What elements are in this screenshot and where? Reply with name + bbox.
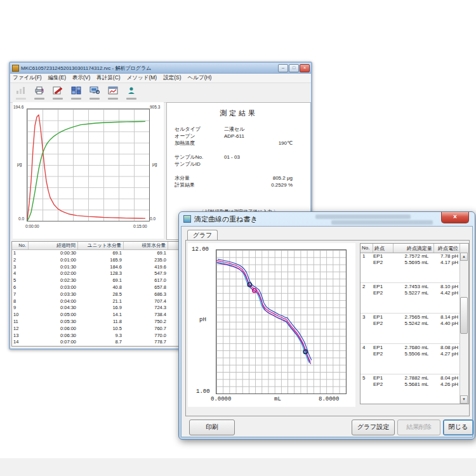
print-button[interactable]: 印刷 — [189, 420, 235, 435]
ep-column-header[interactable]: 終点滴定量 — [393, 244, 434, 253]
result-row: サンプルID — [175, 161, 303, 168]
ep-potential: 7.78 pH — [431, 253, 460, 260]
result-label: 加熱温度 — [175, 140, 224, 147]
toolbar-button — [12, 84, 29, 102]
ep-table-scrollbar[interactable]: ▲ ▼ — [459, 253, 468, 404]
ep-volume: 2.7565 mL — [391, 314, 431, 321]
table-cell: 707.4 — [124, 298, 168, 305]
table-cell: 657.8 — [124, 284, 168, 291]
ep-potential: 4.17 pH — [431, 260, 460, 266]
result-value — [224, 161, 303, 168]
toolbar-button[interactable] — [122, 84, 140, 102]
ep-result-group[interactable]: 2EP12.7453 mL8.10 pHEP25.5227 mL4.42 pH — [360, 283, 460, 314]
ep-volume: 5.5681 mL — [391, 381, 431, 388]
ep-potential: 8.10 pH — [431, 284, 460, 290]
result-value: 01 - 03 — [224, 154, 303, 161]
table-cell: 0:00:30 — [29, 250, 78, 257]
table-cell: 69.1 — [124, 250, 168, 257]
maximize-button[interactable]: □ — [289, 64, 299, 72]
table-cell: 8 — [12, 298, 29, 305]
menu-bar: ファイル(F)編集(E)表示(V)再計算(C)メソッド(M)設定(S)ヘルプ(H… — [10, 74, 311, 83]
kf-yright-min-label: 0.0 — [150, 216, 155, 221]
ti-x-max-label: 8.0000 — [319, 396, 339, 402]
result-value: 二液セル — [224, 126, 303, 133]
overlay-window: 滴定曲線の重ね書き × グラフ 12.00 1.00 pH 0.0000 mL … — [178, 211, 475, 440]
ep-volume: 5.5695 mL — [391, 260, 431, 266]
main-window-title: MKC6105723124520130301174312.rvc - 解析プログ… — [21, 65, 277, 72]
kf-x-left-label: 0:00:00 — [25, 224, 39, 228]
menu-item[interactable]: メソッド(M) — [127, 74, 157, 82]
close-dialog-button[interactable]: 閉じる — [443, 420, 473, 435]
toolbar-button[interactable] — [49, 84, 66, 102]
table-cell: 6 — [12, 284, 29, 291]
table-cell: 28.5 — [78, 291, 124, 298]
ep-result-group[interactable]: 1EP12.7572 mL7.78 pHEP25.5695 mL4.17 pH — [360, 253, 460, 283]
ep-result-group[interactable]: 5EP12.7882 mL8.04 pHEP25.5681 mL4.26 pH — [360, 374, 460, 404]
close-button[interactable]: × — [300, 64, 310, 72]
ep-column-header[interactable]: 終点 — [373, 244, 393, 253]
menu-item[interactable]: ファイル(F) — [13, 74, 42, 82]
ep-potential: 4.40 pH — [431, 321, 460, 327]
app-icon — [12, 65, 19, 72]
kf-x-right-label: 0:15:00 — [133, 224, 147, 228]
ep-volume: 2.7680 mL — [391, 345, 431, 351]
toolbar-button-label — [108, 98, 118, 100]
ti-x-min-label: 0.0000 — [211, 396, 231, 402]
menu-item[interactable]: 設定(S) — [163, 74, 181, 82]
ep-column-header[interactable]: 終点電位 — [434, 244, 460, 253]
table-cell: 750.2 — [124, 319, 168, 326]
ep-potential: 8.04 pH — [431, 375, 460, 381]
table-cell: 13 — [12, 333, 29, 340]
toolbar-button[interactable] — [30, 84, 48, 102]
overlay-window-title: 滴定曲線の重ね書き — [194, 215, 258, 224]
table-cell: 184.6 — [78, 264, 124, 271]
toolbar-button[interactable] — [104, 84, 121, 102]
table-cell: 0:02:30 — [29, 277, 78, 284]
menu-item[interactable]: ヘルプ(H) — [188, 74, 212, 82]
ti-x-unit-label: mL — [274, 396, 281, 402]
table-cell: 724.3 — [124, 305, 168, 312]
ep-result-group[interactable]: 3EP12.7565 mL8.14 pHEP25.5242 mL4.40 pH — [360, 314, 460, 344]
result-label: セルタイプ — [175, 126, 224, 133]
graph-settings-button[interactable]: グラフ設定 — [352, 420, 395, 435]
scrollbar-thumb[interactable] — [460, 297, 468, 334]
menu-item[interactable]: 表示(V) — [72, 74, 90, 82]
table-cell: 0:06:00 — [29, 326, 78, 333]
ep-name: EP2 — [373, 321, 391, 327]
table-cell: 2 — [12, 257, 29, 264]
ep-line: EP25.5242 mL4.40 pH — [373, 321, 460, 327]
titration-plot-area — [216, 249, 347, 394]
toolbar-button[interactable] — [86, 84, 103, 102]
ti-y-max-label: 12.00 — [192, 246, 209, 253]
table-cell: 11.8 — [78, 319, 124, 326]
table-cell: 4 — [12, 270, 29, 277]
toolbar-button[interactable] — [67, 84, 84, 102]
ep-line: EP12.7453 mL8.10 pH — [373, 284, 460, 290]
result-row: 計算結果0.2529 % — [175, 182, 303, 188]
minimize-button[interactable]: – — [278, 64, 288, 72]
kf-column-header[interactable]: ユニット水分量 — [78, 242, 124, 249]
table-cell: 0:07:00 — [29, 339, 78, 346]
kf-column-header[interactable]: 経過時間 — [29, 242, 78, 249]
ep-no: 3 — [362, 314, 365, 320]
ep-line: EP12.7565 mL8.14 pH — [373, 314, 460, 321]
menu-item[interactable]: 編集(E) — [48, 74, 66, 82]
kf-column-header[interactable]: No. — [12, 242, 29, 249]
graph-tab-page: 12.00 1.00 pH 0.0000 mL 8.0000 No.終点終点滴定… — [185, 240, 470, 416]
kf-column-header[interactable]: 積算水分量 — [124, 242, 168, 249]
ep-result-group[interactable]: 4EP12.7680 mL8.08 pHEP25.5506 mL4.27 pH — [360, 344, 460, 374]
table-cell: 11 — [12, 319, 29, 326]
result-label: サンプルNo. — [175, 154, 224, 161]
table-cell: 69.1 — [78, 250, 124, 257]
ep-no: 2 — [362, 284, 365, 289]
scroll-up-icon[interactable]: ▲ — [460, 253, 468, 261]
ep-name: EP2 — [373, 260, 391, 266]
menu-item[interactable]: 再計算(C) — [96, 74, 120, 82]
ep-line: EP12.7572 mL7.78 pH — [373, 253, 460, 260]
ep-column-header[interactable]: No. — [360, 244, 373, 253]
main-titlebar[interactable]: MKC6105723124520130301174312.rvc - 解析プログ… — [10, 63, 311, 74]
scroll-down-icon[interactable]: ▼ — [460, 395, 468, 404]
overlay-close-button[interactable]: × — [441, 212, 469, 223]
ep-line: EP12.7680 mL8.08 pH — [373, 345, 460, 351]
result-row: オーブンADP-611 — [175, 133, 303, 140]
